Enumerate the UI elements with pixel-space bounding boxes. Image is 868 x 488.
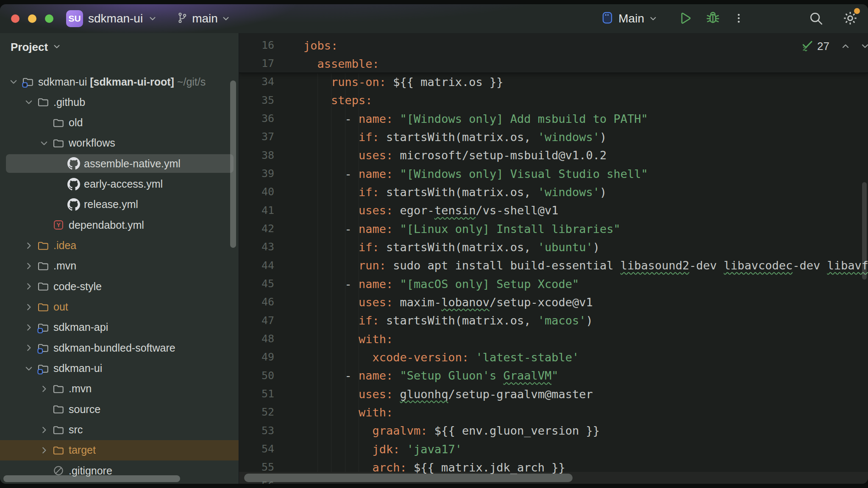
code-line-54[interactable]: 54 jdk: 'java17' [239,440,868,458]
more-actions-button[interactable] [732,12,745,26]
code-line-36[interactable]: 36 - name: "[Windows only] Add msbuild t… [239,109,868,128]
project-view-selector[interactable]: Project [11,41,61,54]
code-line-44[interactable]: 44 run: sudo apt install build-essential… [239,256,868,274]
line-number: 50 [239,369,276,382]
code-text: uses: egor-tensin/vs-shell@v1 [303,205,559,216]
chevron-collapsed-icon[interactable] [39,384,49,394]
debug-button[interactable] [705,11,721,27]
folder-icon [52,116,65,130]
chevron-collapsed-icon[interactable] [24,241,34,251]
folder-icon [52,382,65,396]
code-line-48[interactable]: 48 with: [239,330,868,348]
module-folder-icon [36,321,50,334]
inspections-widget[interactable]: 27 [801,39,868,53]
run-configuration-name: Main [618,12,644,25]
tree-item-source[interactable]: source [0,399,239,419]
tree-item-.mvn[interactable]: .mvn [0,379,239,399]
code-line-52[interactable]: 52 with: [239,403,868,421]
chevron-collapsed-icon[interactable] [24,322,34,333]
tree-item-workflows[interactable]: workflows [0,133,239,153]
code-line-16[interactable]: 16jobs: [239,36,868,54]
code-text: - name: "Setup Gluon's GraalVM" [303,370,559,381]
close-window-button[interactable] [11,14,19,23]
tree-item-code-style[interactable]: code-style [0,276,239,297]
maximize-window-button[interactable] [45,14,53,23]
chevron-spacer [39,220,49,230]
tree-item-out[interactable]: out [0,297,239,317]
project-widget[interactable]: SU sdkman-ui [66,10,157,27]
run-button[interactable] [677,11,693,27]
project-tree-horizontal-scrollbar[interactable] [3,475,180,482]
chevron-expanded-icon[interactable] [8,77,19,87]
tree-item-sdkman-bundled-software[interactable]: sdkman-bundled-software [0,338,239,358]
chevron-collapsed-icon[interactable] [39,445,49,455]
vcs-branch-widget[interactable]: main [176,11,231,26]
code-line-37[interactable]: 37 if: startsWith(matrix.os, 'windows') [239,128,868,146]
code-line-42[interactable]: 42 - name: "[Linux only] Install librari… [239,219,868,238]
code-line-34[interactable]: 34 runs-on: ${{ matrix.os }} [239,72,868,91]
code-line-41[interactable]: 41 uses: egor-tensin/vs-shell@v1 [239,201,868,219]
chevron-expanded-icon[interactable] [24,363,34,374]
project-avatar: SU [66,10,83,27]
chevron-down-icon [52,42,61,53]
chevron-expanded-icon[interactable] [39,138,49,148]
code-line-51[interactable]: 51 uses: gluonhq/setup-graalvm@master [239,385,868,403]
code-line-35[interactable]: 35 steps: [239,91,868,109]
code-line-17[interactable]: 17 assemble: [239,54,868,72]
tree-item-sdkman-ui[interactable]: sdkman-ui [0,358,239,379]
code-text: arch: ${{ matrix.jdk_arch }} [303,461,565,473]
tree-item-label: .idea [53,239,76,252]
tree-item-.idea[interactable]: .idea [0,236,239,256]
tree-item-sdkman-ui[interactable]: sdkman-ui [sdkman-ui-root] ~/git/s [0,72,239,92]
code-line-49[interactable]: 49 xcode-version: 'latest-stable' [239,348,868,366]
project-tree-vertical-scrollbar[interactable] [230,80,236,248]
code-line-39[interactable]: 39 - name: "[Windows only] Visual Studio… [239,164,868,183]
chevron-collapsed-icon[interactable] [24,343,34,353]
previous-problem-button[interactable] [840,41,851,51]
chevron-collapsed-icon[interactable] [24,281,34,291]
folder-icon [36,95,50,109]
tree-item-assemble-native.yml[interactable]: assemble-native.yml [0,153,239,174]
chevron-collapsed-icon[interactable] [24,261,34,271]
code-line-45[interactable]: 45 - name: "[macOS only] Setup Xcode" [239,274,868,293]
code-line-43[interactable]: 43 if: startsWith(matrix.os, 'ubuntu') [239,238,868,256]
project-view-title: Project [11,41,48,54]
code-text: - name: "[Windows only] Visual Studio sh… [303,168,648,179]
folder-icon [52,423,65,437]
search-icon [808,10,824,28]
search-everywhere-button[interactable] [808,10,824,28]
editor-horizontal-scrollbar-thumb[interactable] [244,474,573,482]
tree-item-target[interactable]: target [0,440,239,460]
tree-item-dependabot.yml[interactable]: Ydependabot.yml [0,215,239,235]
line-number: 42 [239,222,276,235]
code-line-53[interactable]: 53 graalvm: ${{ env.gluon_version }} [239,421,868,440]
editor-vertical-scrollbar-thumb[interactable] [862,182,867,280]
chevron-expanded-icon[interactable] [24,97,34,107]
line-number: 41 [239,204,276,216]
tree-item-sdkman-api[interactable]: sdkman-api [0,317,239,338]
tree-item-label: code-style [53,280,102,293]
tree-item-.github[interactable]: .github [0,92,239,112]
folder-icon [36,239,50,252]
code-line-40[interactable]: 40 if: startsWith(matrix.os, 'windows') [239,183,868,201]
minimize-window-button[interactable] [28,14,36,23]
line-number: 54 [239,443,276,455]
settings-button[interactable] [842,10,859,28]
tree-item-early-access.yml[interactable]: early-access.yml [0,174,239,194]
tree-item-.mvn[interactable]: .mvn [0,256,239,276]
tree-item-release.yml[interactable]: release.yml [0,194,239,215]
code-line-47[interactable]: 47 if: startsWith(matrix.os, 'macos') [239,311,868,330]
line-number: 37 [239,130,276,143]
code-line-46[interactable]: 46 uses: maxim-lobanov/setup-xcode@v1 [239,293,868,311]
code-line-50[interactable]: 50 - name: "Setup Gluon's GraalVM" [239,366,868,385]
chevron-collapsed-icon[interactable] [39,425,49,435]
tree-item-src[interactable]: src [0,420,239,440]
code-line-38[interactable]: 38 uses: microsoft/setup-msbuild@v1.0.2 [239,146,868,164]
problems-count: 27 [817,40,829,53]
chevron-collapsed-icon[interactable] [24,302,34,312]
chevron-down-icon [648,14,658,23]
chevron-spacer [54,158,64,169]
next-problem-button[interactable] [860,41,868,51]
tree-item-old[interactable]: old [0,113,239,133]
run-configuration-selector[interactable]: Main [601,11,658,27]
